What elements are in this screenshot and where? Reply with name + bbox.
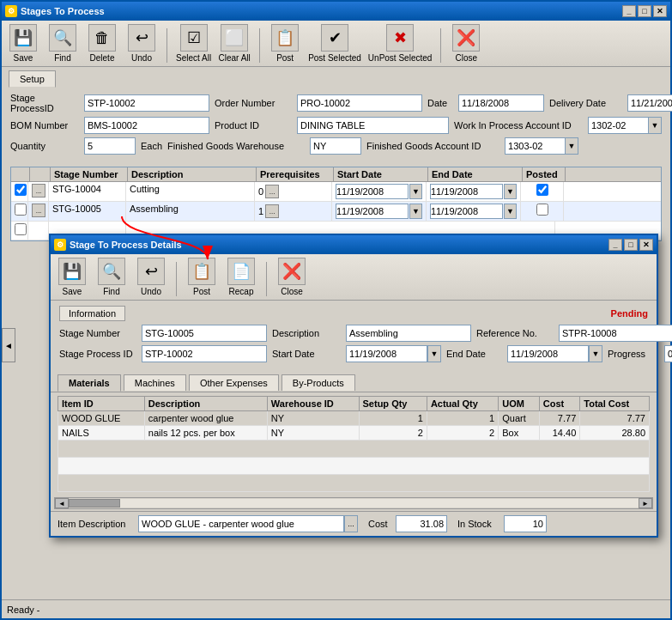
modal-reference-no-input[interactable] <box>559 325 672 342</box>
scroll-thumb[interactable] <box>69 499 120 508</box>
nav-left-button[interactable]: ◄ <box>2 328 15 362</box>
finished-goods-account-input[interactable] <box>505 137 565 155</box>
main-window-title: Stages To Process <box>21 6 105 16</box>
modal-save-icon: 💾 <box>58 258 86 285</box>
finished-goods-account-dropdown-btn[interactable]: ▼ <box>565 137 578 155</box>
modal-save-button[interactable]: 💾 Save <box>56 258 88 296</box>
save-label: Save <box>14 53 33 63</box>
date-input[interactable] <box>458 94 544 112</box>
tab-by-products[interactable]: By-Products <box>282 374 355 391</box>
toolbar-separator-3 <box>440 28 441 63</box>
find-button[interactable]: 🔍 Find <box>46 24 79 63</box>
product-id-label: Product ID <box>215 120 292 131</box>
modal-stage-number-input[interactable] <box>142 325 267 342</box>
row1-start-date-input[interactable] <box>336 184 409 199</box>
row2-prereq-btn[interactable]: ... <box>265 204 279 218</box>
work-in-process-input[interactable] <box>588 117 648 134</box>
row2-check[interactable] <box>11 202 28 221</box>
row1-start-date-btn[interactable]: ▼ <box>409 184 422 199</box>
mat-row2-description: nails 12 pcs. per box <box>144 426 267 441</box>
modal-close-button[interactable]: ❌ Close <box>275 258 308 296</box>
modal-progress-input[interactable] <box>664 345 672 362</box>
scroll-right-btn[interactable]: ► <box>639 498 652 508</box>
undo-button[interactable]: ↩ Undo <box>125 24 158 63</box>
row1-end-date-input[interactable] <box>430 184 503 199</box>
tab-machines[interactable]: Machines <box>124 374 186 391</box>
row3-checkbox[interactable] <box>15 223 27 235</box>
row1-prereq-btn[interactable]: ... <box>265 185 279 198</box>
modal-start-date-btn[interactable]: ▼ <box>427 345 441 362</box>
status-bar: Ready - <box>2 599 670 618</box>
modal-end-date-input[interactable] <box>507 345 589 362</box>
maximize-button[interactable]: □ <box>638 5 651 17</box>
modal-stage-process-id-input[interactable] <box>142 345 267 362</box>
col-check <box>11 167 30 181</box>
main-window-icon: ⚙ <box>5 5 17 17</box>
in-stock-input[interactable] <box>504 515 547 532</box>
row2-end-date-input[interactable] <box>430 204 503 219</box>
order-number-input[interactable] <box>297 94 422 112</box>
minimize-button[interactable]: _ <box>622 5 636 17</box>
row1-posted-checkbox[interactable] <box>536 184 548 196</box>
row1-end-date-btn[interactable]: ▼ <box>504 184 517 199</box>
unpost-selected-button[interactable]: ✖ UnPost Selected <box>368 24 433 63</box>
post-button[interactable]: 📋 Post <box>269 24 301 63</box>
modal-description-input[interactable] <box>346 325 471 342</box>
mat-row-4 <box>58 458 650 475</box>
stage-process-id-input[interactable] <box>84 94 209 112</box>
product-id-input[interactable] <box>297 117 449 134</box>
close-toolbar-label: Close <box>456 53 478 63</box>
modal-close-btn[interactable]: ✕ <box>639 239 653 251</box>
row2-expand-btn[interactable]: ... <box>32 204 45 217</box>
close-toolbar-button[interactable]: ❌ Close <box>450 24 482 63</box>
modal-maximize-btn[interactable]: □ <box>624 239 638 251</box>
save-button[interactable]: 💾 Save <box>7 24 39 63</box>
row2-start-date-input[interactable] <box>336 204 409 219</box>
row1-posted[interactable] <box>521 182 564 201</box>
cost-input[interactable] <box>396 515 447 532</box>
tab-setup[interactable]: Setup <box>9 70 56 88</box>
mat-row2-total-cost: 28.80 <box>580 426 650 441</box>
quantity-input[interactable] <box>84 137 136 155</box>
info-tab[interactable]: Information <box>59 306 125 321</box>
scroll-track <box>69 499 639 508</box>
row2-start-date-btn[interactable]: ▼ <box>409 204 422 219</box>
row2-checkbox[interactable] <box>15 204 27 216</box>
item-description-input[interactable] <box>138 515 344 532</box>
modal-recap-button[interactable]: 📄 Recap <box>225 258 257 296</box>
row2-end-date: ▼ <box>427 202 521 221</box>
scroll-left-btn[interactable]: ◄ <box>55 498 69 508</box>
close-button-main[interactable]: ✕ <box>653 5 667 17</box>
row2-start-date: ▼ <box>332 202 427 221</box>
row2-posted-checkbox[interactable] <box>536 204 548 216</box>
row1-check[interactable] <box>11 182 28 201</box>
bom-number-input[interactable] <box>84 117 209 134</box>
col-description: Description <box>128 167 257 181</box>
tab-materials[interactable]: Materials <box>58 374 121 392</box>
modal-window: ⚙ Stage To Process Details _ □ ✕ 💾 Save … <box>49 234 658 538</box>
post-selected-button[interactable]: ✔ Post Selected <box>308 24 361 63</box>
tab-other-expenses[interactable]: Other Expenses <box>189 374 279 391</box>
finished-goods-warehouse-input[interactable] <box>310 137 361 155</box>
form-row-1: Stage ProcessID Order Number Date Delive… <box>10 93 662 113</box>
row1-btn: ... <box>28 182 49 201</box>
materials-scrollbar[interactable]: ◄ ► <box>54 497 653 509</box>
modal-undo-button[interactable]: ↩ Undo <box>135 258 167 296</box>
modal-find-button[interactable]: 🔍 Find <box>95 258 128 296</box>
modal-minimize-btn[interactable]: _ <box>608 239 622 251</box>
delete-button[interactable]: 🗑 Delete <box>86 24 118 63</box>
row2-posted[interactable] <box>521 202 564 221</box>
clear-all-button[interactable]: ⬜ Clear All <box>218 24 251 63</box>
modal-start-date-input[interactable] <box>346 345 427 362</box>
select-all-button[interactable]: ☑ Select All <box>176 24 211 63</box>
row1-checkbox[interactable] <box>15 184 27 196</box>
modal-end-date-btn[interactable]: ▼ <box>589 345 602 362</box>
modal-post-icon: 📋 <box>188 258 215 285</box>
row1-expand-btn[interactable]: ... <box>32 184 45 198</box>
item-description-btn[interactable]: ... <box>344 515 358 532</box>
row2-end-date-btn[interactable]: ▼ <box>504 204 517 219</box>
modal-post-button[interactable]: 📋 Post <box>185 258 218 296</box>
work-in-process-dropdown-btn[interactable]: ▼ <box>648 117 662 134</box>
row3-check[interactable] <box>11 222 28 240</box>
delivery-date-input[interactable] <box>627 94 672 112</box>
